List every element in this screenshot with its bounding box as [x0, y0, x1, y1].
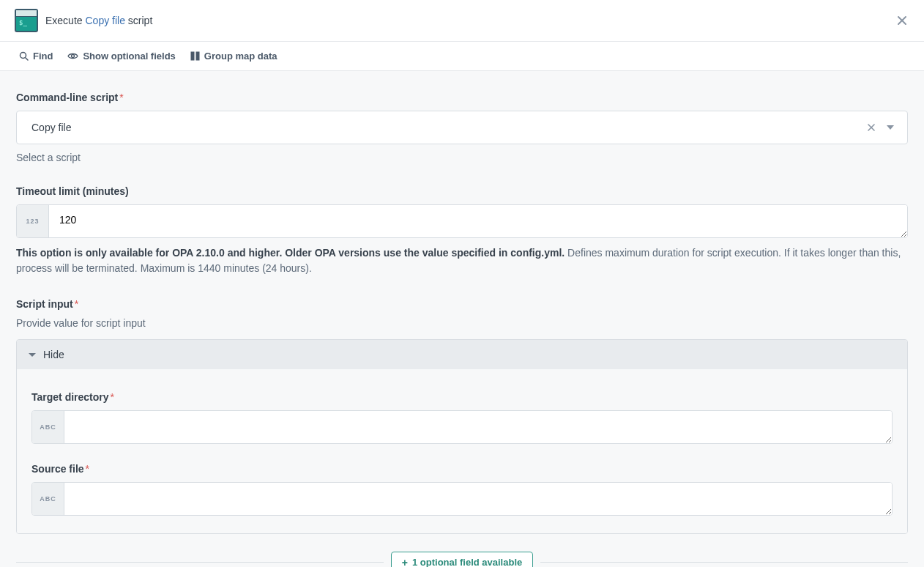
- required-mark: *: [75, 298, 78, 310]
- section-toggle[interactable]: Hide: [17, 340, 907, 369]
- close-button[interactable]: [895, 13, 909, 28]
- optional-button-label: 1 optional field available: [412, 557, 522, 567]
- source-file-group: Source file* ABC: [31, 463, 893, 516]
- eye-icon: [67, 52, 78, 60]
- form-body: Command-line script* Select a script Tim…: [0, 71, 924, 567]
- plus-icon: +: [402, 557, 408, 568]
- toggle-label: Hide: [43, 349, 64, 360]
- text-type-icon: ABC: [32, 411, 64, 443]
- svg-point-4: [72, 55, 75, 58]
- toolbar: Find Show optional fields Group map data: [0, 42, 924, 71]
- required-mark: *: [111, 391, 114, 403]
- optional-fields-button[interactable]: + 1 optional field available: [391, 552, 533, 567]
- script-input-section: Hide Target directory* ABC Source f: [16, 339, 908, 534]
- target-directory-group: Target directory* ABC: [31, 391, 893, 444]
- target-directory-label: Target directory*: [31, 391, 893, 403]
- show-optional-label: Show optional fields: [83, 51, 175, 62]
- svg-point-2: [21, 53, 26, 59]
- script-input-helper: Provide value for script input: [16, 317, 908, 329]
- search-icon: [19, 51, 29, 61]
- text-type-icon: ABC: [32, 483, 64, 515]
- close-icon: [897, 15, 907, 26]
- target-directory-row: ABC: [31, 410, 893, 444]
- command-line-script-group: Command-line script* Select a script: [16, 92, 908, 163]
- script-input-group: Script input* Provide value for script i…: [16, 298, 908, 534]
- divider-line: [540, 562, 908, 563]
- dropdown-toggle[interactable]: [884, 121, 897, 134]
- required-mark: *: [119, 92, 123, 103]
- timeout-helper-bold: This option is only available for OPA 2.…: [16, 247, 565, 259]
- divider-line: [16, 562, 384, 563]
- script-select-input[interactable]: [17, 113, 865, 142]
- source-file-input[interactable]: [64, 483, 892, 515]
- script-input-label: Script input*: [16, 298, 908, 310]
- find-label: Find: [33, 51, 53, 62]
- source-file-label: Source file*: [31, 463, 893, 475]
- dialog-title: Execute Copy file script: [45, 15, 152, 26]
- script-name-link[interactable]: Copy file: [85, 15, 124, 26]
- script-select[interactable]: [16, 111, 908, 144]
- close-icon: [867, 123, 876, 132]
- timeout-input-row: 123: [16, 204, 908, 238]
- group-map-label: Group map data: [204, 51, 277, 62]
- required-mark: *: [86, 463, 89, 475]
- clear-button[interactable]: [865, 121, 878, 134]
- svg-rect-6: [196, 52, 199, 60]
- columns-icon: [190, 51, 200, 61]
- timeout-input[interactable]: [49, 205, 907, 237]
- timeout-group: Timeout limit (minutes) 123 This option …: [16, 185, 908, 276]
- timeout-label: Timeout limit (minutes): [16, 185, 908, 197]
- source-file-row: ABC: [31, 482, 893, 516]
- number-type-icon: 123: [17, 205, 49, 237]
- title-prefix: Execute: [45, 15, 83, 26]
- find-button[interactable]: Find: [19, 51, 53, 62]
- caret-down-icon: [29, 353, 36, 357]
- optional-fields-bar: + 1 optional field available: [16, 552, 908, 567]
- show-optional-button[interactable]: Show optional fields: [67, 51, 175, 62]
- title-suffix: script: [128, 15, 152, 26]
- group-map-button[interactable]: Group map data: [190, 51, 277, 62]
- caret-down-icon: [887, 125, 894, 130]
- section-body: Target directory* ABC Source file* ABC: [17, 369, 907, 533]
- dialog-header: Execute Copy file script: [0, 0, 924, 42]
- terminal-script-icon: [15, 9, 38, 32]
- svg-line-3: [26, 58, 28, 60]
- script-helper: Select a script: [16, 152, 908, 163]
- svg-marker-9: [887, 125, 894, 130]
- target-directory-input[interactable]: [64, 411, 892, 443]
- command-line-script-label: Command-line script*: [16, 92, 908, 103]
- svg-rect-5: [191, 52, 194, 60]
- timeout-helper: This option is only available for OPA 2.…: [16, 245, 908, 276]
